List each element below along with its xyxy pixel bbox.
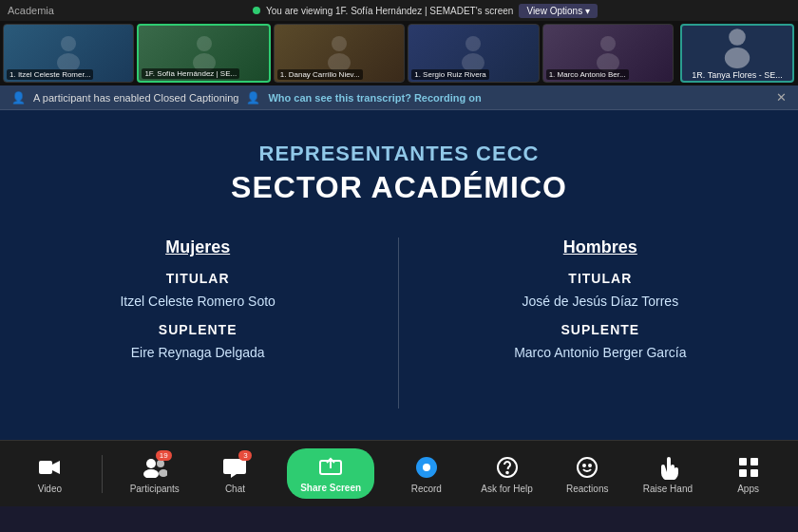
ask-help-icon — [494, 454, 521, 481]
apps-icon — [735, 454, 762, 481]
chat-icon: 3 — [221, 454, 248, 481]
record-icon — [413, 454, 440, 481]
thumbnail-3[interactable]: 1. Danay Carrillo Niev... — [274, 24, 405, 83]
thumbnails-row: 1. Itzel Celeste Romer... 1F. Sofía Hern… — [0, 21, 798, 86]
mujeres-suplente-label: SUPLENTE — [159, 322, 238, 337]
view-options-button[interactable]: View Options ▾ — [519, 4, 598, 18]
hombres-titular-name: José de Jesús Díaz Torres — [522, 294, 678, 309]
hombres-header: Hombres — [563, 238, 637, 257]
mujeres-titular-label: TITULAR — [166, 271, 230, 286]
slide-title-1: REPRESENTANTES CECC — [259, 142, 540, 166]
svg-point-0 — [61, 36, 76, 51]
svg-rect-25 — [750, 458, 758, 466]
toolbar-video[interactable]: Video — [21, 454, 78, 494]
bottom-toolbar: Video 19 Participants 3 Chat — [0, 440, 798, 506]
svg-rect-27 — [750, 469, 758, 477]
main-content: 👤 A participant has enabled Closed Capti… — [0, 86, 798, 440]
toolbar-chat[interactable]: 3 Chat — [206, 454, 263, 494]
cc-link[interactable]: Who can see this transcript? Recording o… — [268, 92, 481, 104]
column-divider — [398, 238, 399, 408]
thumbnail-label-5: 1. Marco Antonio Ber... — [546, 69, 629, 80]
video-label: Video — [38, 484, 62, 494]
video-icon — [36, 454, 63, 481]
svg-point-15 — [143, 469, 159, 478]
cc-message: A participant has enabled Closed Caption… — [33, 92, 238, 104]
toolbar-apps[interactable]: Apps — [720, 454, 777, 494]
svg-point-17 — [159, 469, 167, 477]
svg-point-22 — [583, 465, 585, 466]
svg-rect-12 — [39, 461, 52, 474]
mujeres-titular-name: Itzel Celeste Romero Soto — [120, 294, 275, 309]
svg-point-20 — [506, 471, 508, 473]
thumbnail-label-4: 1. Sergio Ruiz Rivera — [411, 69, 489, 80]
svg-point-2 — [197, 36, 212, 51]
ask-help-label: Ask for Help — [481, 484, 532, 494]
svg-point-4 — [332, 36, 347, 51]
svg-point-21 — [578, 458, 597, 477]
svg-rect-26 — [739, 469, 747, 477]
mujeres-column: Mujeres TITULAR Itzel Celeste Romero Sot… — [79, 238, 316, 366]
app-title: Academia — [8, 5, 54, 16]
thumbnail-label-2: 1F. Sofía Hernández | SE... — [142, 68, 239, 79]
raise-hand-icon — [655, 454, 681, 481]
green-dot — [253, 7, 260, 14]
screen-share-text: You are viewing 1F. Sofía Hernández | SE… — [266, 6, 513, 16]
divider-1 — [102, 455, 103, 493]
thumbnail-5[interactable]: 1. Marco Antonio Ber... — [542, 24, 674, 83]
top-bar: Academia You are viewing 1F. Sofía Herná… — [0, 0, 798, 21]
hombres-column: Hombres TITULAR José de Jesús Díaz Torre… — [482, 238, 719, 366]
svg-point-11 — [725, 48, 750, 68]
participants-label: Participants — [130, 484, 180, 494]
svg-point-14 — [146, 459, 156, 468]
svg-rect-24 — [739, 458, 747, 466]
toolbar-raise-hand[interactable]: Raise Hand — [639, 454, 696, 494]
cc-banner: 👤 A participant has enabled Closed Capti… — [0, 86, 798, 110]
toolbar-record[interactable]: Record — [398, 454, 455, 494]
participants-icon: 19 — [142, 454, 168, 481]
slide-columns: Mujeres TITULAR Itzel Celeste Romero Sot… — [38, 238, 760, 408]
share-screen-label: Share Screen — [300, 483, 361, 493]
toolbar-participants[interactable]: 19 Participants — [126, 454, 183, 494]
chat-badge: 3 — [238, 450, 252, 461]
participants-badge: 19 — [156, 450, 172, 461]
cc-participant-icon: 👤 — [11, 91, 26, 104]
apps-label: Apps — [737, 484, 759, 494]
hombres-titular-label: TITULAR — [568, 271, 632, 286]
record-label: Record — [411, 484, 442, 494]
thumbnail-4[interactable]: 1. Sergio Ruiz Rivera — [408, 24, 539, 83]
cc-close-button[interactable]: ✕ — [776, 90, 787, 104]
svg-point-16 — [157, 460, 164, 467]
toolbar-ask-for-help[interactable]: Ask for Help — [479, 454, 536, 494]
slide-title-2: SECTOR ACADÉMICO — [231, 170, 567, 205]
thumbnail-2[interactable]: 1F. Sofía Hernández | SE... — [137, 24, 270, 83]
toolbar-share-screen[interactable]: Share Screen — [287, 448, 374, 499]
svg-point-8 — [600, 36, 616, 51]
hombres-suplente-name: Marco Antonio Berger García — [514, 345, 686, 360]
screen-share-notice: You are viewing 1F. Sofía Hernández | SE… — [60, 4, 790, 18]
mujeres-suplente-name: Eire Reynaga Delgada — [131, 345, 265, 360]
reactions-icon — [574, 454, 600, 481]
chat-label: Chat — [225, 484, 245, 494]
mujeres-header: Mujeres — [165, 238, 230, 257]
svg-point-23 — [589, 465, 591, 466]
svg-point-10 — [729, 28, 746, 46]
side-thumb-name: 1R. Tanya Flores - SE... — [688, 70, 786, 80]
hombres-suplente-label: SUPLENTE — [560, 322, 639, 337]
presentation-slide: REPRESENTANTES CECC SECTOR ACADÉMICO Muj… — [0, 110, 798, 440]
reactions-label: Reactions — [566, 484, 608, 494]
thumbnail-label-3: 1. Danay Carrillo Niev... — [277, 69, 363, 80]
svg-point-6 — [466, 36, 481, 51]
record-dot — [423, 464, 430, 471]
share-screen-icon — [317, 454, 344, 481]
record-circle — [416, 457, 437, 478]
toolbar-reactions[interactable]: Reactions — [559, 454, 616, 494]
svg-marker-13 — [52, 461, 60, 474]
cc-participant-icon2: 👤 — [246, 91, 260, 104]
side-thumbnail[interactable]: 1R. Tanya Flores - SE... — [680, 24, 794, 83]
cc-text: 👤 A participant has enabled Closed Capti… — [11, 91, 769, 104]
thumbnail-label-1: 1. Itzel Celeste Romer... — [7, 69, 93, 80]
raise-hand-label: Raise Hand — [643, 484, 693, 494]
thumbnail-1[interactable]: 1. Itzel Celeste Romer... — [3, 24, 134, 83]
